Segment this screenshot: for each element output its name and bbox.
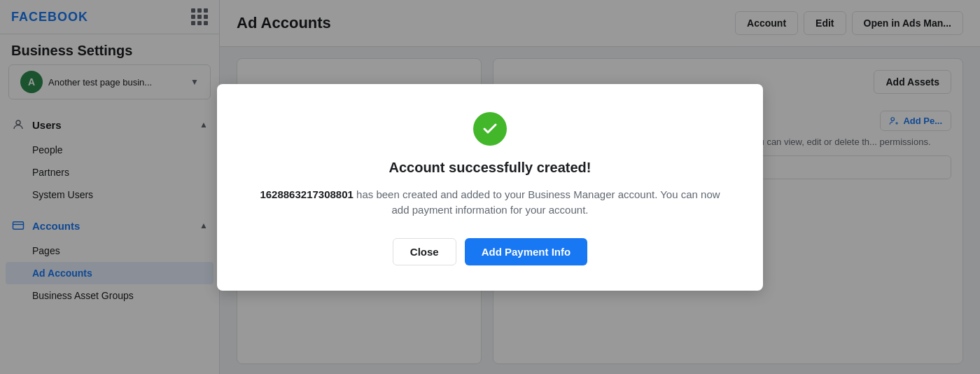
modal-body: 1628863217308801 has been created and ad… <box>251 187 729 219</box>
modal-account-id: 1628863217308801 <box>260 188 353 200</box>
add-payment-button[interactable]: Add Payment Info <box>465 238 588 265</box>
modal-body-text-content: has been created and added to your Busin… <box>356 188 720 216</box>
modal-overlay: Account successfully created! 1628863217… <box>0 0 980 374</box>
success-icon <box>473 112 507 146</box>
modal-actions: Close Add Payment Info <box>251 238 729 265</box>
modal: Account successfully created! 1628863217… <box>217 84 763 291</box>
close-button[interactable]: Close <box>393 238 456 265</box>
modal-title: Account successfully created! <box>251 160 729 176</box>
